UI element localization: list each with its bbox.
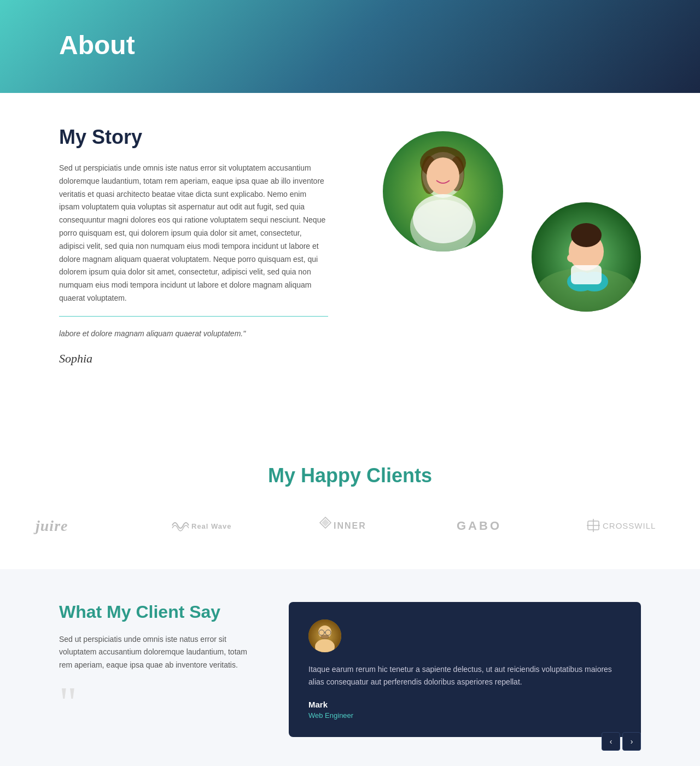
svg-text:INNER: INNER [334, 521, 366, 530]
testimonial-role: Web Engineer [308, 711, 621, 720]
story-section: My Story Sed ut perspiciatis unde omnis … [59, 126, 641, 366]
story-images [372, 126, 641, 312]
client-logo-juire: juire [33, 514, 93, 536]
story-image-2 [532, 202, 641, 312]
client-logo-realwave: Real Wave [170, 514, 241, 536]
client-logo-inner: INNER [317, 514, 377, 536]
svg-point-6 [427, 157, 459, 195]
svg-point-32 [320, 635, 329, 639]
svg-point-11 [571, 223, 602, 247]
clients-heading: My Happy Clients [0, 464, 700, 487]
svg-point-15 [567, 254, 578, 262]
testimonial-card: Itaque earum rerum hic tenetur a sapient… [289, 602, 641, 738]
testimonial-prev-button[interactable]: ‹ [602, 732, 620, 751]
hero-header: About [0, 0, 700, 93]
svg-text:juire: juire [33, 517, 68, 534]
testimonial-next-button[interactable]: › [622, 732, 641, 751]
page-title: About [59, 30, 135, 60]
client-logo-gabo: GABO [454, 514, 509, 536]
testimonial-description: Sed ut perspiciatis unde omnis iste natu… [59, 633, 256, 672]
story-text: My Story Sed ut perspiciatis unde omnis … [59, 126, 328, 366]
client-logo-crosswill: CROSSWILL [585, 514, 667, 536]
testimonial-section: What My Client Say Sed ut perspiciatis u… [0, 569, 700, 766]
svg-text:CROSSWILL: CROSSWILL [603, 521, 656, 530]
story-divider [59, 316, 328, 317]
main-content: My Story Sed ut perspiciatis unde omnis … [0, 93, 700, 442]
testimonial-name: Mark [308, 700, 621, 709]
clients-section: My Happy Clients juire Real Wave INNER [0, 442, 700, 569]
clients-logos: juire Real Wave INNER GABO [0, 514, 700, 536]
svg-text:Real Wave: Real Wave [191, 522, 232, 530]
testimonial-heading: What My Client Say [59, 602, 256, 622]
testimonial-avatar [308, 619, 341, 652]
testimonial-nav: ‹ › [602, 732, 641, 751]
testimonial-quote-text: Itaque earum rerum hic tenetur a sapient… [308, 663, 621, 689]
story-heading: My Story [59, 126, 328, 149]
story-quote: labore et dolore magnam aliquam quaerat … [59, 328, 328, 341]
svg-rect-14 [571, 265, 602, 284]
svg-point-7 [413, 194, 473, 243]
story-paragraph: Sed ut perspiciatis unde omnis iste natu… [59, 162, 328, 305]
svg-text:GABO: GABO [457, 519, 501, 533]
story-image-1 [383, 131, 503, 252]
story-signature: Sophia [59, 352, 328, 366]
quote-icon: " [59, 681, 256, 724]
testimonial-left: What My Client Say Sed ut perspiciatis u… [59, 602, 256, 724]
